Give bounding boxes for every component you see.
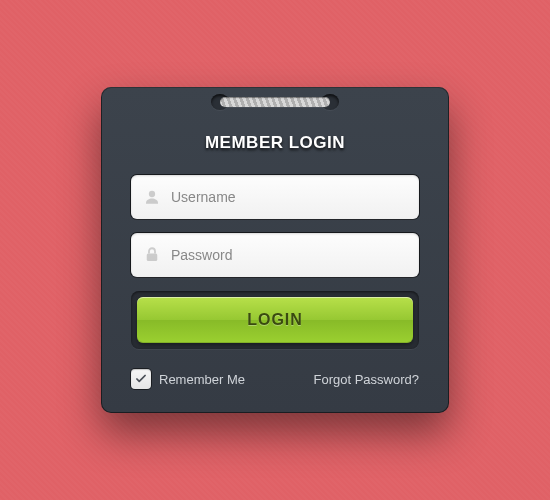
lock-icon <box>143 246 161 264</box>
panel-footer: Remember Me Forgot Password? <box>131 369 419 389</box>
panel-title: MEMBER LOGIN <box>131 133 419 153</box>
remember-me[interactable]: Remember Me <box>131 369 245 389</box>
username-field-wrap <box>131 175 419 219</box>
remember-checkbox[interactable] <box>131 369 151 389</box>
remember-label: Remember Me <box>159 372 245 387</box>
login-button[interactable]: LOGIN <box>137 297 413 343</box>
login-panel: MEMBER LOGIN LOGIN Remember Me Forgot Pa… <box>101 87 449 413</box>
password-field-wrap <box>131 233 419 277</box>
forgot-password-link[interactable]: Forgot Password? <box>314 372 420 387</box>
stitch-rope <box>220 97 330 107</box>
username-input[interactable] <box>171 189 407 205</box>
svg-point-0 <box>149 191 155 197</box>
password-input[interactable] <box>171 247 407 263</box>
user-icon <box>143 188 161 206</box>
svg-rect-1 <box>147 254 158 262</box>
check-icon <box>134 372 148 386</box>
login-button-well: LOGIN <box>131 291 419 349</box>
